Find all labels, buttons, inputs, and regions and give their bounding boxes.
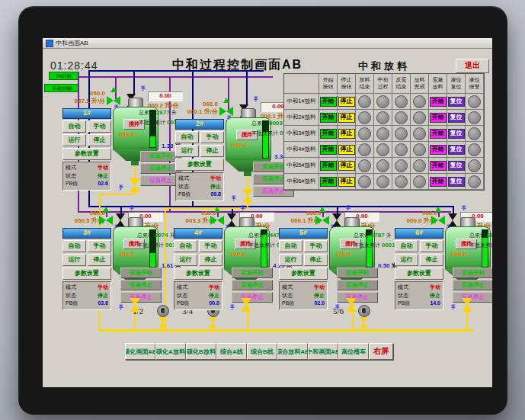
- emergency-button[interactable]: 开始: [430, 177, 447, 187]
- column-header: 应急放料: [429, 74, 447, 94]
- run-button[interactable]: 运行: [62, 134, 86, 146]
- table-cell: 开始: [429, 126, 447, 142]
- stop-button[interactable]: 停止: [304, 254, 328, 266]
- reset-button[interactable]: 复位: [448, 161, 465, 171]
- emergency-button[interactable]: 开始: [430, 161, 447, 171]
- auto-button[interactable]: 自动: [174, 240, 197, 252]
- status-lamp: [468, 111, 481, 124]
- stop-button[interactable]: 停止: [88, 134, 111, 146]
- start-button[interactable]: 开始: [320, 177, 337, 187]
- start-button[interactable]: 开始: [320, 161, 337, 171]
- emergency-stop2-button[interactable]: 应急停止: [120, 292, 162, 303]
- discharge-valve-icon[interactable]: [346, 298, 357, 312]
- nav-button-1[interactable]: 磺化画面AB: [125, 343, 155, 360]
- emergency-stop-button[interactable]: 应急停止: [232, 280, 273, 290]
- unit-id-label: 6#: [395, 228, 443, 239]
- stop-button[interactable]: 停止: [338, 129, 355, 139]
- emergency-start-button[interactable]: 应急开始: [337, 268, 378, 278]
- emergency-stop-button[interactable]: 应急停止: [120, 280, 162, 290]
- emergency-start-button[interactable]: 应急开始: [232, 268, 273, 278]
- nav-button-3[interactable]: 磺化B放料: [186, 343, 216, 360]
- nav-button-8[interactable]: 高位槽车: [338, 343, 369, 360]
- stop-button[interactable]: 停止: [199, 254, 222, 266]
- manual-button[interactable]: 手动: [88, 120, 111, 133]
- feed-valve-icon[interactable]: [210, 216, 224, 225]
- run-button[interactable]: 运行: [174, 254, 197, 266]
- pipe: [228, 76, 229, 110]
- nav-button-9[interactable]: 右屏: [369, 343, 393, 360]
- reset-button[interactable]: 复位: [448, 129, 465, 139]
- feed-valve-icon[interactable]: [99, 216, 113, 225]
- nav-button-2[interactable]: 磺化A放料: [155, 343, 186, 360]
- window-titlebar: 中和画面AB: [43, 38, 492, 49]
- run-button[interactable]: 运行: [395, 254, 418, 266]
- params-button[interactable]: 参数设置: [62, 268, 111, 280]
- emergency-button[interactable]: 开始: [430, 97, 447, 107]
- emergency-stop2-button[interactable]: 应急停止: [337, 292, 378, 303]
- manual-tag: 手: [119, 184, 123, 191]
- emergency-button[interactable]: 开始: [430, 113, 447, 123]
- emergency-stop-button[interactable]: 应急停止: [337, 280, 378, 290]
- manual-button[interactable]: 手动: [200, 131, 224, 143]
- reset-button[interactable]: 复位: [448, 145, 465, 155]
- emergency-stop-button[interactable]: 应急停止: [453, 280, 492, 290]
- manual-button[interactable]: 手动: [199, 240, 222, 252]
- params-button[interactable]: 参数设置: [62, 148, 111, 160]
- reset-button[interactable]: 复位: [448, 97, 465, 107]
- auto-button[interactable]: 自动: [175, 131, 199, 143]
- manual-button[interactable]: 手动: [88, 240, 111, 252]
- discharge-valve-icon[interactable]: [242, 189, 253, 203]
- status-lamp: [468, 95, 481, 108]
- start-button[interactable]: 开始: [320, 145, 337, 155]
- emergency-button[interactable]: 开始: [430, 129, 447, 139]
- exit-button[interactable]: 退出: [456, 59, 489, 73]
- stop-button[interactable]: 停止: [338, 113, 355, 123]
- manual-button[interactable]: 手动: [304, 240, 328, 252]
- params-button[interactable]: 参数设置: [175, 159, 224, 171]
- stop-button[interactable]: 停止: [338, 161, 355, 171]
- status-lamp: [358, 111, 371, 124]
- emergency-button[interactable]: 开始: [430, 145, 447, 155]
- reset-button[interactable]: 复位: [448, 113, 465, 123]
- params-button[interactable]: 参数设置: [279, 268, 328, 280]
- params-button[interactable]: 参数设置: [174, 268, 222, 280]
- auto-button[interactable]: 自动: [279, 240, 303, 252]
- run-button[interactable]: 运行: [175, 145, 199, 157]
- discharge-valve-icon[interactable]: [130, 298, 140, 312]
- reset-button[interactable]: 复位: [448, 177, 465, 187]
- auto-button[interactable]: 自动: [395, 240, 418, 252]
- discharge-valve-icon[interactable]: [130, 178, 140, 192]
- stop-button[interactable]: 停止: [88, 254, 111, 266]
- auto-button[interactable]: 自动: [62, 120, 86, 133]
- nav-button-7[interactable]: 中和画面AB: [308, 343, 338, 360]
- emergency-start-button[interactable]: 应急开始: [120, 268, 162, 278]
- row-label: 中和5#放料: [284, 158, 319, 174]
- status-lamp: [376, 127, 389, 140]
- unit-id-label: 1#: [62, 108, 111, 119]
- nav-button-5[interactable]: 综合B线: [247, 343, 277, 360]
- stop-button[interactable]: 停止: [420, 254, 443, 266]
- stop-button[interactable]: 停止: [200, 145, 224, 157]
- auto-button[interactable]: 自动: [62, 240, 86, 252]
- feed-valve-icon[interactable]: [315, 216, 329, 225]
- manual-button[interactable]: 手动: [420, 240, 443, 252]
- feed-valve-icon[interactable]: [431, 216, 445, 225]
- nav-button-4[interactable]: 综合A线: [216, 343, 247, 360]
- stop-button[interactable]: 停止: [338, 177, 355, 187]
- discharge-valve-icon[interactable]: [462, 298, 472, 312]
- discharge-valve-icon[interactable]: [241, 298, 251, 312]
- start-button[interactable]: 开始: [320, 97, 337, 107]
- emergency-stop2-button[interactable]: 应急停止: [232, 292, 273, 303]
- nav-button-6[interactable]: 综合放料AB: [277, 343, 308, 360]
- emergency-buttons: 应急开始 应急停止 应急停止: [232, 268, 273, 304]
- stop-button[interactable]: 停止: [338, 97, 355, 107]
- stop-button[interactable]: 停止: [338, 145, 355, 155]
- unit-control-panel: 6# 自动 手动 运行 停止 参数设置 模式手动 状态停止 PB值14.0: [395, 228, 443, 310]
- run-button[interactable]: 运行: [279, 254, 303, 266]
- emergency-start-button[interactable]: 应急开始: [453, 268, 492, 278]
- params-button[interactable]: 参数设置: [395, 268, 443, 280]
- start-button[interactable]: 开始: [320, 113, 337, 123]
- emergency-stop2-button[interactable]: 应急停止: [453, 292, 492, 303]
- run-button[interactable]: 运行: [62, 254, 86, 266]
- start-button[interactable]: 开始: [320, 129, 337, 139]
